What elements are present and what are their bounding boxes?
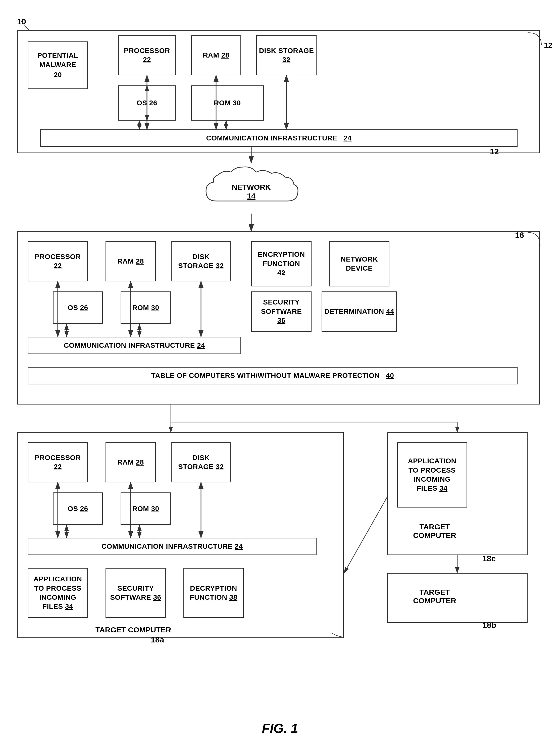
table-computers-box: TABLE OF COMPUTERS WITH/WITHOUT MALWARE … [28,367,518,384]
top-ram-box: RAM 28 [191,35,241,75]
top-processor-box: PROCESSOR 22 [118,35,176,75]
top-disk-storage-box: DISK STORAGE 32 [256,35,317,75]
ref-18c-label: 18c [482,554,496,563]
fig-label: FIG. 1 [262,721,298,736]
svg-text:NETWORK: NETWORK [232,183,271,191]
bl-ram-box: RAM 28 [105,442,156,482]
mid-security-sw-box: SECURITYSOFTWARE 36 [251,292,312,332]
bl-os-box: OS 26 [53,493,103,525]
mid-ram-box: RAM 28 [105,241,156,281]
ref-16-label: 16 [515,231,524,240]
svg-text:14: 14 [247,192,256,200]
ref-10: 10 [17,17,26,26]
bl-processor-box: PROCESSOR 22 [28,442,88,482]
bl-app-box: APPLICATIONTO PROCESSINCOMINGFILES 34 [28,568,88,618]
bl-comm-infra-box: COMMUNICATION INFRASTRUCTURE 24 [28,538,317,555]
top-comm-infra-box: COMMUNICATION INFRASTRUCTURE 24 [40,130,518,147]
mid-comm-infra-box: COMMUNICATION INFRASTRUCTURE 24 [28,337,241,354]
ref-18a-label: 18a [151,635,164,644]
network-device-box: NETWORKDEVICE [329,241,389,286]
encryption-function-box: ENCRYPTIONFUNCTION 42 [251,241,312,286]
top-os-box: OS 26 [118,85,176,121]
mid-os-box: OS 26 [53,292,103,324]
mid-disk-storage-box: DISKSTORAGE 32 [171,241,231,281]
mid-processor-box: PROCESSOR 22 [28,241,88,281]
target-computer-18c-label: TARGETCOMPUTER [402,523,467,540]
bl-decryption-box: DECRYPTIONFUNCTION 38 [183,568,244,618]
bl-rom-box: ROM 30 [121,493,171,525]
top-rom-box: ROM 30 [191,85,264,121]
diagram: 10 12 POTENTIAL MALWARE 20 PROCESSOR 22 … [0,0,560,756]
ref-18b-label: 18b [482,621,496,630]
svg-text:12: 12 [544,41,552,49]
svg-line-30 [344,497,387,573]
potential-malware-box: POTENTIAL MALWARE 20 [28,41,88,89]
br-app-18c-box: APPLICATIONTO PROCESSINCOMINGFILES 34 [397,442,467,508]
ref-12-label: 12 [490,147,499,156]
network-cloud: NETWORK 14 [196,163,306,214]
mid-rom-box: ROM 30 [121,292,171,324]
bl-disk-storage-box: DISKSTORAGE 32 [171,442,231,482]
target-computer-18a-label: TARGET COMPUTER [96,625,171,634]
determination-box: DETERMINATION 44 [322,292,397,332]
target-computer-18b-label: TARGETCOMPUTER [402,588,467,605]
bl-security-sw-box: SECURITYSOFTWARE 36 [105,568,166,618]
